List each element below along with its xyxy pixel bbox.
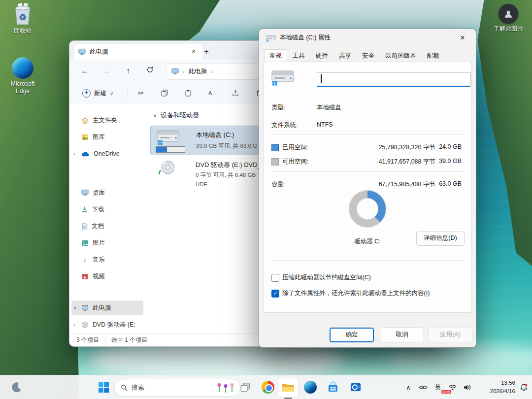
tab-sharing[interactable]: 共享 [333, 49, 357, 62]
sidebar-item-documents[interactable]: 文档 [71, 219, 154, 233]
rename-icon: A [208, 90, 216, 97]
sidebar-item-home[interactable]: 主文件夹 [71, 113, 154, 128]
local-disk-icon [266, 34, 276, 42]
taskbar-search[interactable]: 搜索 [114, 379, 240, 397]
divider [271, 171, 464, 172]
chevron-right-icon[interactable]: › [73, 322, 75, 328]
sidebar-item-dvd-drive[interactable]: › DVD 驱动器 (E: [71, 317, 154, 332]
type-label: 类型: [271, 103, 285, 112]
filesystem-label: 文件系统: [271, 121, 298, 130]
compress-checkbox[interactable] [271, 274, 279, 282]
widgets-button[interactable] [7, 378, 27, 397]
start-button[interactable] [94, 378, 113, 397]
widgets-crescent-icon [11, 381, 23, 393]
tab-quota[interactable]: 配额 [422, 49, 445, 62]
breadcrumb[interactable]: 此电脑 [189, 67, 207, 76]
volume-label-input[interactable] [317, 72, 470, 87]
windows-logo-icon [99, 382, 109, 393]
copy-button[interactable] [156, 86, 173, 100]
capacity-bytes: 67,715,985,408 字节 [379, 180, 435, 189]
sidebar-item-pictures[interactable]: 图片 [71, 235, 154, 250]
cancel-button[interactable]: 取消 [380, 328, 424, 342]
desktop-icon-recycle-bin[interactable]: ♻ 回收站 [4, 3, 41, 34]
sidebar-item-music[interactable]: ♪ 音乐 [71, 252, 154, 267]
tab-previous-versions[interactable]: 以前的版本 [380, 49, 422, 62]
svg-text:♻: ♻ [19, 13, 27, 22]
forward-button[interactable]: → [98, 64, 115, 78]
videos-icon [81, 273, 89, 280]
refresh-button[interactable] [141, 64, 158, 78]
sidebar-item-onedrive[interactable]: › OneDrive [71, 146, 154, 161]
share-icon [232, 90, 239, 97]
drive-info: 0 字节 可用, 共 6.48 GB [196, 171, 256, 179]
chevron-right-icon[interactable]: › [73, 151, 75, 157]
cut-button[interactable]: ✂ [133, 86, 149, 100]
sidebar-item-videos[interactable]: 视频 [71, 269, 154, 284]
explorer-sidebar: 主文件夹 图库 › OneDrive 桌面 [69, 104, 143, 333]
share-button[interactable] [227, 86, 244, 100]
paste-icon [185, 90, 192, 97]
free-size: 39.0 GB [439, 158, 462, 165]
tray-chevron-up[interactable]: ∧ [402, 380, 415, 394]
outlook-button[interactable] [346, 378, 366, 397]
volume-icon[interactable] [461, 380, 474, 394]
disk-usage-bar [156, 146, 185, 153]
dialog-tab-strip: 常规 工具 硬件 共享 安全 以前的版本 配额 [264, 49, 445, 62]
music-icon: ♪ [81, 256, 89, 264]
back-button[interactable]: ← [76, 64, 93, 78]
chrome-button[interactable] [258, 378, 278, 397]
this-pc-icon [81, 305, 89, 311]
pictures-icon [81, 240, 89, 246]
folder-icon [282, 382, 295, 393]
filesystem-value: NTFS [317, 121, 333, 128]
onedrive-icon [81, 151, 90, 157]
paste-button[interactable] [180, 86, 197, 100]
notification-bell-icon[interactable] [517, 380, 530, 394]
tab-security[interactable]: 安全 [357, 49, 380, 62]
new-tab-button[interactable]: + [200, 46, 212, 58]
apply-button[interactable]: 应用(A) [428, 328, 472, 342]
sidebar-item-gallery[interactable]: 图库 [71, 130, 154, 144]
store-button[interactable] [323, 378, 343, 397]
edge-button[interactable] [300, 378, 320, 397]
sidebar-item-this-pc[interactable]: ∨ 此电脑 [71, 300, 154, 315]
type-value: 本地磁盘 [317, 103, 341, 112]
chevron-down-icon[interactable]: ∨ [73, 305, 77, 310]
section-header-devices[interactable]: ∨ 设备和驱动器 [153, 111, 199, 120]
dialog-close-button[interactable]: × [453, 32, 472, 45]
ok-button[interactable]: 确定 [330, 328, 374, 342]
sidebar-item-downloads[interactable]: 下载 [71, 202, 154, 217]
local-disk-icon [271, 68, 294, 86]
tab-hardware[interactable]: 硬件 [310, 49, 333, 62]
sidebar-item-label: 桌面 [93, 189, 105, 197]
edge-icon [4, 57, 41, 79]
index-checkbox-label[interactable]: 除了文件属性外，还允许索引此驱动器上文件的内容(I) [282, 289, 430, 298]
up-button[interactable]: ↑ [120, 64, 136, 78]
privacy-eye-icon[interactable] [417, 380, 430, 394]
refresh-icon [146, 66, 154, 73]
chevron-down-icon[interactable]: ∨ [153, 113, 157, 118]
sidebar-item-label: 文档 [92, 222, 104, 231]
file-explorer-button[interactable] [278, 378, 299, 398]
text-caret [321, 74, 322, 83]
sidebar-item-desktop[interactable]: 桌面 [71, 185, 154, 200]
details-button[interactable]: 详细信息(D) [416, 232, 465, 246]
compress-checkbox-label[interactable]: 压缩此驱动器以节约磁盘空间(C) [282, 273, 371, 282]
index-checkbox[interactable]: ✓ [271, 290, 279, 298]
drive-info: 39.0 GB 可用, 共 63.0 G [196, 142, 257, 150]
rename-button[interactable]: A [203, 86, 220, 100]
taskbar-clock[interactable]: 13:56 2026/4/16 [490, 379, 515, 395]
explorer-tab-this-pc[interactable]: 此电脑 × [74, 44, 202, 60]
tab-general[interactable]: 常规 [264, 49, 287, 62]
clock-time: 13:56 [490, 379, 515, 387]
tab-close-icon[interactable]: × [189, 47, 199, 57]
new-button[interactable]: + 新建 ∨ [78, 86, 117, 100]
sidebar-item-label: 视频 [93, 272, 105, 281]
capacity-label: 容量: [271, 180, 285, 189]
task-view-icon [240, 382, 251, 393]
tab-tools[interactable]: 工具 [287, 49, 310, 62]
desktop-icon-learn-picture[interactable]: 了解此图片 [491, 4, 526, 33]
downloads-icon [81, 206, 88, 213]
desktop-icon-edge[interactable]: Microsoft Edge [4, 57, 41, 95]
task-view-button[interactable] [235, 378, 255, 397]
